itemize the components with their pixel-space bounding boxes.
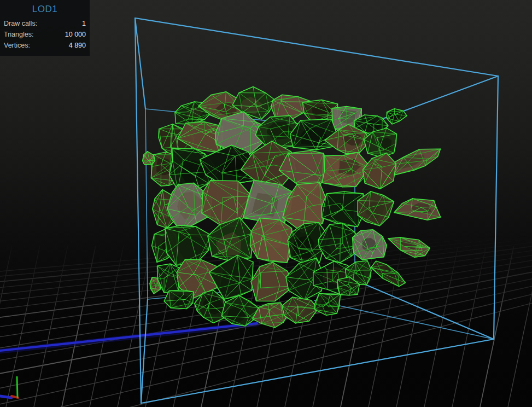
viewport-3d[interactable]: LOD1 Draw calls: 1 Triangles: 10 000 Ver… [0, 0, 532, 407]
lod-title: LOD1 [4, 4, 86, 15]
stat-row-draw-calls: Draw calls: 1 [4, 18, 86, 29]
stats-panel: LOD1 Draw calls: 1 Triangles: 10 000 Ver… [0, 0, 90, 56]
stat-label: Vertices: [4, 40, 30, 51]
stat-value: 1 [82, 18, 86, 29]
stat-value: 10 000 [65, 29, 86, 40]
world-z-axis-line [0, 323, 257, 351]
stat-row-triangles: Triangles: 10 000 [4, 29, 86, 40]
lod-mesh-wireframe[interactable] [143, 87, 441, 328]
stat-row-vertices: Vertices: 4 890 [4, 40, 86, 51]
stat-label: Draw calls: [4, 18, 37, 29]
scene-canvas [0, 0, 532, 407]
stat-value: 4 890 [69, 40, 86, 51]
stat-label: Triangles: [4, 29, 33, 40]
